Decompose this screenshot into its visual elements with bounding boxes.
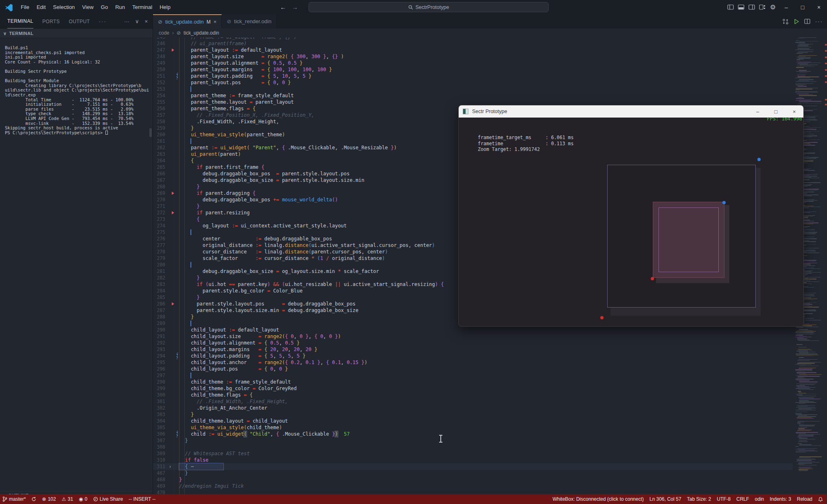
code-line-294[interactable]: 294 child_layout.padding = { 5, 5, 5, 5 … [153,353,793,359]
status-item-git-branch[interactable]: master* [2,496,26,502]
menu-help[interactable]: Help [156,2,174,12]
menu-run[interactable]: Run [112,2,129,12]
status-item-odin[interactable]: odin [755,496,764,502]
code-line-251[interactable]: 251 parent_layout.padding = { 5, 10, 5, … [153,73,793,79]
sectr-minimize-button[interactable]: – [748,105,767,118]
panel-close-icon[interactable]: × [144,18,148,24]
status-item-indents-3[interactable]: Indents: 3 [770,496,791,502]
code-line-250[interactable]: 250 parent_layout.margins = { 100, 100, … [153,66,793,73]
toggle-secondary-sidebar-icon[interactable] [746,0,757,14]
code-line-292[interactable]: 292 child_layout.alignment = { 0.5, 0.5 … [153,340,793,346]
tab-tick-render[interactable]: ⊘ tick_render.odin [222,14,277,28]
status-item-live-share[interactable]: Live Share [93,496,123,502]
status-item-warning[interactable]: ⚠31 [61,496,73,502]
status-item-insert[interactable]: -- INSERT -- [129,496,155,502]
status-item-utf-8[interactable]: UTF-8 [717,496,731,502]
status-item-reload[interactable]: Reload [797,496,812,502]
window-maximize-button[interactable]: □ [794,0,811,14]
window-close-button[interactable]: × [811,0,827,14]
menu-file[interactable]: File [17,2,33,12]
code-line-253[interactable]: 253 [153,86,793,92]
status-item-whitebox-disconnected-click-to-connect[interactable]: WhiteBox: Disconnected (click to connect… [553,496,644,502]
run-play-icon[interactable] [794,19,799,24]
panel-tabs-more-icon[interactable]: ··· [99,18,107,24]
code-line-300[interactable]: 300 child_theme.flags = { [153,392,793,398]
blue-handle-dot[interactable] [722,201,726,204]
code-line-255[interactable]: 255 parent_theme.layout = parent_layout [153,99,793,105]
terminal-section-header[interactable]: ∨ TERMINAL [0,28,153,38]
menu-view[interactable]: View [79,2,97,12]
code-line-254[interactable]: 254 parent_theme := frame_style_default [153,92,793,99]
code-line-247[interactable]: 247 parent_layout := default_layout [153,47,793,53]
customize-layout-icon[interactable] [757,0,768,14]
status-item-error[interactable]: ⊗102 [42,496,56,502]
code-line-249[interactable]: 249 parent_layout.alignment = { 0.5, 0.5… [153,60,793,66]
red-handle-dot[interactable] [651,277,654,280]
red-handle-dot[interactable] [600,316,604,319]
code-line-299[interactable]: 299 child_theme.bg_color = Color_GreyRed [153,385,793,392]
blue-handle-dot[interactable] [757,158,761,161]
breadcrumb-folder[interactable]: code [159,30,169,36]
code-line-297[interactable]: 297 [153,372,793,379]
code-line-468[interactable]: 468} [153,476,793,483]
code-line-467[interactable]: 467 } [153,470,793,476]
panel-tab-terminal[interactable]: TERMINAL [7,14,33,28]
sectr-close-button[interactable]: × [785,105,803,118]
status-item-bell[interactable] [818,497,823,502]
panel-maximize-icon[interactable]: ∨ [135,18,139,24]
code-line-310[interactable]: 310 if false [153,457,793,463]
code-line-308[interactable]: 308 [153,444,793,450]
nav-forward-icon[interactable]: → [292,4,298,11]
code-line-246[interactable]: 246 // ui_parent(frame) [153,40,793,47]
status-item-broadcast[interactable]: ◉0 [79,496,88,502]
status-item-crlf[interactable]: CRLF [736,496,749,502]
menu-terminal[interactable]: Terminal [129,2,156,12]
code-line-311[interactable]: 311› { ⋯ [153,463,793,470]
editor-more-actions-icon[interactable]: ··· [815,18,823,24]
settings-gear-icon[interactable]: ⚙ [768,0,778,14]
sectr-prototype-window[interactable]: FPS: 164.998 frametime_target_ms : 6.061… [458,105,804,327]
tab-close-icon[interactable]: × [214,19,217,25]
panel-tab-ports[interactable]: PORTS [42,14,60,28]
status-item-ln-306-col-57[interactable]: Ln 306, Col 57 [650,496,681,502]
code-line-306[interactable]: 306 child := ui_widget( "Child", { .Mous… [153,431,793,437]
split-editor-icon[interactable] [804,19,810,24]
panel-tab-output[interactable]: OUTPUT [69,14,90,28]
command-center-search[interactable]: SectrPrototype [308,2,549,12]
code-line-303[interactable]: 303 } [153,411,793,418]
status-item-tab-size-2[interactable]: Tab Size: 2 [687,496,711,502]
code-line-295[interactable]: 295 child_layout.anchor = range2({ 0.2, … [153,359,793,366]
menu-selection[interactable]: Selection [49,2,78,12]
code-line-309[interactable]: 309 // Whitespace AST test [153,450,793,457]
panel-more-actions-icon[interactable]: ··· [124,18,129,24]
code-line-304[interactable]: 304 child_theme.layout = child_layout [153,418,793,424]
menu-go[interactable]: Go [97,2,112,12]
nav-back-icon[interactable]: ← [280,4,286,11]
sectr-title-bar[interactable]: Sectr Prototype – □ × [459,105,803,118]
terminal-output[interactable]: Build.ps1incremental_checks.ps1 imported… [5,46,149,135]
code-line-302[interactable]: 302 .Origin_At_Anchor_Center [153,405,793,411]
code-line-252[interactable]: 252 parent_layout.pos = { 0, 0 } [153,79,793,86]
window-minimize-button[interactable]: – [778,0,794,14]
fold-chevron-icon[interactable]: › [169,463,171,470]
code-line-305[interactable]: 305 ui_theme_via_style(child_theme) [153,424,793,431]
toggle-panel-icon[interactable] [736,0,746,14]
open-changes-icon[interactable] [782,18,789,25]
breadcrumb[interactable]: code › ⊘ tick_update.odin [153,28,827,37]
toggle-sidebar-icon[interactable] [725,0,736,14]
code-line-469[interactable]: 469//endregion Imgui Tick [153,483,793,489]
sectr-maximize-button[interactable]: □ [767,105,785,118]
code-line-248[interactable]: 248 parent_layout.size = range2( { 300, … [153,53,793,60]
code-line-296[interactable]: 296 child_layout.pos = { 0, 0 } [153,366,793,372]
code-line-307[interactable]: 307 } [153,437,793,444]
breadcrumb-file[interactable]: tick_update.odin [184,30,219,36]
code-line-290[interactable]: 290 child_layout := default_layout [153,327,793,333]
code-line-293[interactable]: 293 child_layout.margins = { 20, 20, 20,… [153,346,793,353]
code-line-291[interactable]: 291 child_layout.size = range2({ 0, 0 },… [153,333,793,340]
code-line-301[interactable]: 301 // .Fixed_Width, .Fixed_Height, [153,398,793,405]
tab-tick-update[interactable]: ⊘ tick_update.odin M × [153,14,222,28]
menu-edit[interactable]: Edit [33,2,49,12]
terminal-scrollbar[interactable] [149,128,152,137]
code-line-470[interactable]: 470 [153,489,793,494]
code-line-298[interactable]: 298 child_theme := frame_style_default [153,379,793,385]
